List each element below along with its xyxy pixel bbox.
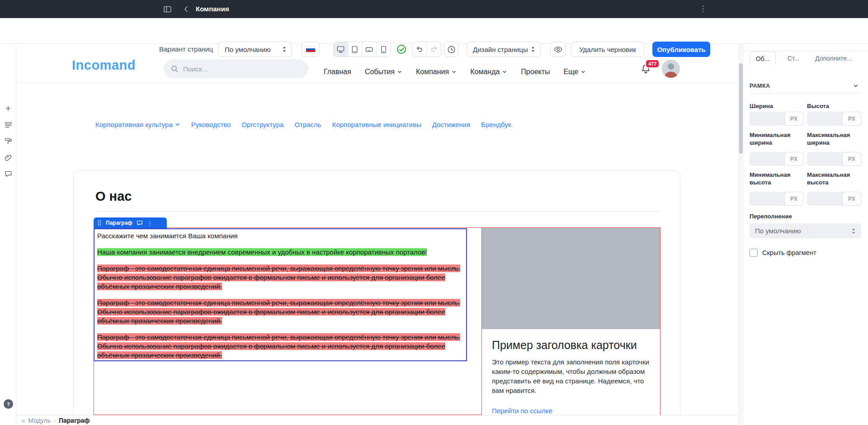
chevron-down-icon xyxy=(175,122,180,128)
page-tab-achievements[interactable]: Достижения xyxy=(432,121,471,128)
drag-handle-icon[interactable] xyxy=(97,220,102,226)
width-label: Ширина xyxy=(750,102,773,110)
undo-button[interactable] xyxy=(413,42,427,57)
px-unit: PX xyxy=(842,192,861,206)
nav-item-events[interactable]: События xyxy=(365,68,402,76)
module-comment-icon[interactable] xyxy=(137,220,143,226)
nav-item-team[interactable]: Команда xyxy=(470,68,507,76)
paragraph-red-strikethrough[interactable]: Параграф - это самодостаточная единица п… xyxy=(97,333,463,360)
paperclip-icon[interactable] xyxy=(4,153,13,162)
delete-draft-button[interactable]: Удалить черновик xyxy=(571,42,644,57)
page-tab-brandbook[interactable]: Брендбук xyxy=(481,121,511,128)
page-section-tabs: Корпоративная культура Руководство Оргст… xyxy=(95,121,511,128)
top-bar: Компания ⋮ xyxy=(0,0,868,18)
panel-tab-advanced[interactable]: Дополните... xyxy=(815,55,852,62)
min-height-input-field[interactable] xyxy=(750,192,783,206)
saved-check-icon xyxy=(396,44,406,54)
max-height-input-field[interactable] xyxy=(807,192,841,206)
px-unit: PX xyxy=(842,152,861,166)
example-card-module[interactable]: Пример заголовка карточки Это пример тек… xyxy=(481,227,660,425)
breadcrumb-chevrons-icon[interactable]: » xyxy=(21,417,25,424)
heading-divider xyxy=(95,211,661,212)
breadcrumb-module[interactable]: Модуль xyxy=(28,417,51,424)
structure-layers-icon[interactable] xyxy=(4,120,13,129)
notification-badge: 477 xyxy=(645,59,660,68)
min-height-input: PX xyxy=(750,192,803,206)
sidebar-toggle-icon[interactable] xyxy=(163,5,172,14)
back-chevron-icon[interactable] xyxy=(182,5,191,14)
breadcrumb-separator-icon: › xyxy=(54,417,56,424)
hide-fragment-checkbox[interactable] xyxy=(750,249,758,257)
nav-item-projects[interactable]: Проекты xyxy=(521,68,550,76)
variant-select[interactable]: По умолчанию xyxy=(218,42,292,57)
max-width-input: PX xyxy=(807,152,861,166)
history-button[interactable] xyxy=(444,42,458,57)
paragraph-module-editor[interactable]: Расскажите чем занимается Ваша компания … xyxy=(94,228,467,361)
device-phone-button[interactable] xyxy=(377,42,391,57)
paragraph-red-strikethrough[interactable]: Параграф - это самодостаточная единица п… xyxy=(97,264,463,291)
page-design-select[interactable]: Дизайн страницы xyxy=(467,42,541,57)
hide-fragment-label: Скрыть фрагмент xyxy=(762,249,816,256)
page-tab-culture[interactable]: Корпоративная культура xyxy=(95,121,180,128)
card-title: Пример заголовка карточки xyxy=(492,339,649,352)
search-input[interactable] xyxy=(183,65,296,73)
device-desktop-button[interactable] xyxy=(334,42,348,57)
max-width-input-field[interactable] xyxy=(807,152,841,166)
paragraph-plain[interactable]: Расскажите чем занимается Ваша компания xyxy=(97,231,463,241)
help-button[interactable]: ? xyxy=(4,399,13,409)
main-nav: Главная События Компания Команда Проекты… xyxy=(324,68,586,76)
device-phone-landscape-button[interactable] xyxy=(362,42,377,57)
redo-button[interactable] xyxy=(427,42,441,57)
page-tab-management[interactable]: Руководство xyxy=(191,121,231,128)
more-menu-icon[interactable]: ⋮ xyxy=(698,5,708,14)
nav-item-home[interactable]: Главная xyxy=(324,68,351,76)
width-input-field[interactable] xyxy=(750,112,783,126)
px-unit: PX xyxy=(784,152,803,166)
canvas-scrollbar-thumb[interactable] xyxy=(739,63,743,154)
paint-roller-icon[interactable] xyxy=(4,137,13,146)
editor-toolbar: Вариант страниц По умолчанию xyxy=(0,18,868,44)
add-module-icon[interactable]: + xyxy=(4,104,13,113)
width-input: PX xyxy=(750,112,803,126)
avatar[interactable] xyxy=(662,60,680,78)
page-title: Компания xyxy=(196,5,229,13)
breadcrumb-current: Параграф xyxy=(59,417,90,424)
px-unit: PX xyxy=(784,112,803,126)
publish-button[interactable]: Опубликовать xyxy=(652,42,710,57)
paragraph-module-badge[interactable]: Параграф ⋮ xyxy=(94,217,167,228)
sort-arrows-icon xyxy=(530,46,536,53)
breadcrumb-bar: » Модуль › Параграф xyxy=(16,415,738,425)
nav-item-more[interactable]: Еще xyxy=(564,68,586,76)
device-tablet-button[interactable] xyxy=(348,42,363,57)
app-window: Компания ⋮ Вариант страниц По умолчанию xyxy=(0,0,868,425)
paragraph-green-highlight[interactable]: Наша компания занимается внедрением совр… xyxy=(97,248,463,257)
overflow-select[interactable]: По умолчанию xyxy=(750,223,861,238)
card-text: Это пример текста для заполнения поля ка… xyxy=(492,357,649,395)
nav-item-company[interactable]: Компания xyxy=(416,68,457,76)
page-tab-industry[interactable]: Отрасль xyxy=(294,121,321,128)
max-height-input: PX xyxy=(807,192,861,206)
chevron-down-icon xyxy=(502,69,507,75)
site-logo[interactable]: Incomand xyxy=(72,58,136,73)
page-tab-orgstructure[interactable]: Оргструктура xyxy=(241,121,283,128)
comments-icon[interactable] xyxy=(4,169,13,178)
device-preview-group xyxy=(333,42,391,57)
panel-tab-general[interactable]: Об... xyxy=(750,52,776,65)
panel-tab-styles[interactable]: Ст... xyxy=(788,55,800,62)
sort-arrows-icon xyxy=(282,46,287,53)
min-width-input-field[interactable] xyxy=(750,152,783,166)
undo-redo-group xyxy=(412,42,441,57)
card-link[interactable]: Перейти по ссылке xyxy=(492,407,552,415)
preview-eye-button[interactable] xyxy=(550,42,566,57)
px-unit: PX xyxy=(842,112,861,126)
module-menu-icon[interactable]: ⋮ xyxy=(147,220,153,226)
min-width-label: Минимальная ширина xyxy=(750,131,803,146)
about-heading: О нас xyxy=(95,189,132,204)
frame-section-collapse-icon[interactable] xyxy=(853,83,859,89)
frame-section-divider xyxy=(750,93,861,94)
height-input-field[interactable] xyxy=(807,112,841,126)
language-flag-button[interactable] xyxy=(302,42,320,57)
paragraph-red-strikethrough[interactable]: Параграф - это самодостаточная единица п… xyxy=(97,298,463,326)
max-width-label: Максимальная ширина xyxy=(807,131,862,146)
page-tab-initiatives[interactable]: Корпоративные инициативы xyxy=(332,121,421,128)
